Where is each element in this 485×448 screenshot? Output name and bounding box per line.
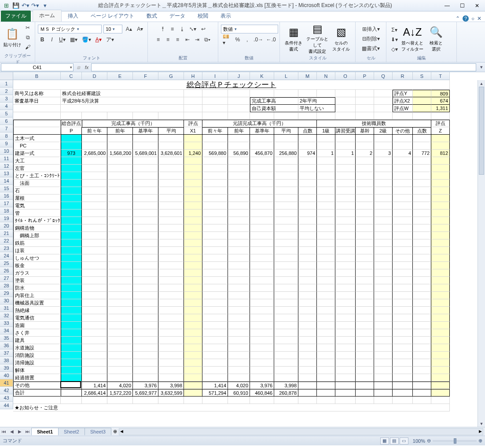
cell[interactable]	[356, 344, 374, 352]
cell[interactable]	[158, 180, 184, 187]
cell[interactable]	[107, 239, 133, 247]
scroll-left-icon[interactable]: ◀	[120, 429, 123, 433]
row-header-39[interactable]: 39	[0, 364, 13, 372]
cell[interactable]	[184, 224, 202, 232]
cell[interactable]: 左官	[13, 165, 61, 172]
cell[interactable]	[431, 217, 450, 224]
cell[interactable]	[335, 157, 356, 165]
sheet-tab-2[interactable]: Sheet2	[58, 428, 85, 435]
cell[interactable]	[133, 254, 158, 262]
cell[interactable]	[133, 367, 158, 374]
cell[interactable]	[158, 224, 184, 232]
cell[interactable]	[61, 105, 184, 112]
cell[interactable]	[202, 299, 228, 307]
cell[interactable]	[335, 292, 356, 299]
cell[interactable]	[228, 90, 250, 97]
cell[interactable]	[317, 374, 335, 382]
row-header-24[interactable]: 24	[0, 252, 13, 260]
cell[interactable]: 1,572,220	[107, 389, 133, 397]
cell[interactable]	[158, 157, 184, 165]
tab-prev-icon[interactable]: ◀	[8, 428, 16, 436]
cell[interactable]	[133, 217, 158, 224]
conditional-format-button[interactable]: ▦条件付き 書式	[283, 24, 305, 53]
cell[interactable]	[335, 397, 356, 404]
cell[interactable]	[317, 90, 335, 97]
tab-data[interactable]: データ	[163, 11, 191, 22]
cell[interactable]: 3,998	[274, 382, 298, 389]
cell[interactable]	[356, 112, 374, 120]
cell[interactable]: 塗装	[13, 277, 61, 284]
cell[interactable]	[413, 344, 431, 352]
cell[interactable]	[61, 329, 82, 337]
cell[interactable]	[184, 269, 202, 277]
cell[interactable]	[274, 292, 298, 299]
cell[interactable]	[374, 382, 393, 389]
col-header-B[interactable]: B	[13, 72, 61, 80]
cell[interactable]	[184, 172, 202, 180]
font-size-combo[interactable]: 10▾	[103, 25, 122, 33]
cell[interactable]	[393, 374, 413, 382]
cell[interactable]	[317, 157, 335, 165]
cell[interactable]	[202, 307, 228, 314]
cell[interactable]	[107, 337, 133, 344]
cell[interactable]	[184, 209, 202, 217]
cell[interactable]	[61, 314, 82, 322]
cell[interactable]	[61, 112, 82, 120]
row-header-31[interactable]: 31	[0, 305, 13, 312]
cell[interactable]	[184, 367, 202, 374]
cell[interactable]	[298, 90, 317, 97]
cell[interactable]	[202, 374, 228, 382]
cell[interactable]	[202, 180, 228, 187]
cell[interactable]	[202, 352, 228, 359]
cell[interactable]	[335, 97, 356, 105]
row-header-11[interactable]: 11	[0, 155, 13, 162]
cell[interactable]	[317, 382, 335, 389]
cell[interactable]: 平均しない	[298, 105, 335, 112]
cell[interactable]	[82, 314, 107, 322]
cell[interactable]	[393, 359, 413, 367]
cell[interactable]	[413, 232, 431, 239]
cell[interactable]	[133, 187, 158, 195]
cell[interactable]	[335, 142, 356, 150]
cell[interactable]	[431, 195, 450, 202]
cell[interactable]: ガラス	[13, 269, 61, 277]
cell[interactable]	[250, 165, 274, 172]
cell[interactable]	[13, 127, 61, 135]
row-header-21[interactable]: 21	[0, 230, 13, 237]
cell[interactable]	[298, 284, 317, 292]
cell[interactable]	[158, 239, 184, 247]
cell[interactable]	[317, 284, 335, 292]
cell[interactable]	[393, 322, 413, 329]
cell[interactable]	[61, 397, 82, 404]
cell[interactable]	[317, 262, 335, 269]
cell[interactable]	[202, 232, 228, 239]
cell[interactable]	[82, 247, 107, 254]
cell[interactable]: 4,020	[107, 382, 133, 389]
cell[interactable]	[298, 217, 317, 224]
cell[interactable]	[228, 344, 250, 352]
cell[interactable]	[228, 232, 250, 239]
cell[interactable]	[335, 239, 356, 247]
cell[interactable]	[158, 232, 184, 239]
view-normal-button[interactable]: ▦	[380, 437, 389, 444]
cell[interactable]	[202, 187, 228, 195]
cell[interactable]	[317, 165, 335, 172]
cell[interactable]	[298, 307, 317, 314]
cell[interactable]	[335, 314, 356, 322]
cell[interactable]: 1,414	[202, 382, 228, 389]
cell[interactable]	[228, 307, 250, 314]
cell[interactable]	[431, 389, 450, 397]
autosum-button[interactable]: Σ▾	[389, 26, 400, 34]
cell[interactable]	[61, 217, 82, 224]
tab-file[interactable]: ファイル	[1, 11, 31, 22]
cell[interactable]	[356, 269, 374, 277]
row-header-30[interactable]: 30	[0, 297, 13, 305]
cell[interactable]	[82, 112, 107, 120]
copy-button[interactable]: ⧉	[23, 33, 32, 42]
cell[interactable]	[317, 352, 335, 359]
cell[interactable]	[250, 307, 274, 314]
cell[interactable]	[82, 217, 107, 224]
cell[interactable]	[356, 180, 374, 187]
cell[interactable]	[228, 195, 250, 202]
cell[interactable]	[274, 135, 298, 142]
